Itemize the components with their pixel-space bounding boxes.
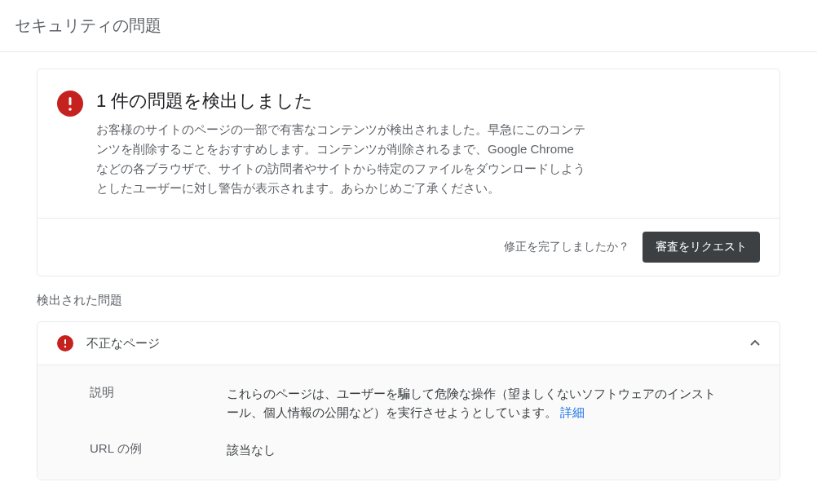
alert-content: 1 件の問題を検出しました お客様のサイトのページの一部で有害なコンテンツが検出… bbox=[96, 89, 760, 198]
detail-row-urls: URL の例 該当なし bbox=[90, 441, 760, 460]
action-prompt: 修正を完了しましたか？ bbox=[504, 240, 629, 254]
alert-title: 1 件の問題を検出しました bbox=[96, 89, 760, 113]
page-title: セキュリティの問題 bbox=[15, 15, 802, 37]
svg-rect-0 bbox=[69, 97, 72, 105]
action-row: 修正を完了しましたか？ 審査をリクエスト bbox=[38, 218, 779, 276]
error-icon bbox=[57, 91, 83, 117]
error-icon bbox=[57, 335, 73, 351]
description-label: 説明 bbox=[90, 385, 227, 422]
svg-rect-2 bbox=[64, 339, 66, 344]
svg-point-1 bbox=[68, 108, 72, 111]
issue-header[interactable]: 不正なページ bbox=[38, 322, 779, 365]
details-link[interactable]: 詳細 bbox=[560, 405, 585, 419]
page-header: セキュリティの問題 bbox=[0, 0, 817, 52]
chevron-up-icon bbox=[750, 340, 760, 347]
alert-card: 1 件の問題を検出しました お客様のサイトのページの一部で有害なコンテンツが検出… bbox=[37, 69, 780, 276]
request-review-button[interactable]: 審査をリクエスト bbox=[643, 232, 760, 263]
svg-point-3 bbox=[64, 346, 66, 347]
detected-issues-heading: 検出された問題 bbox=[37, 293, 780, 308]
detail-row-description: 説明 これらのページは、ユーザーを騙して危険な操作（望ましくないソフトウェアのイ… bbox=[90, 385, 760, 422]
issue-title: 不正なページ bbox=[86, 336, 160, 351]
url-label: URL の例 bbox=[90, 441, 227, 460]
alert-section: 1 件の問題を検出しました お客様のサイトのページの一部で有害なコンテンツが検出… bbox=[38, 69, 779, 218]
issue-header-left: 不正なページ bbox=[57, 335, 160, 351]
issue-card: 不正なページ 説明 これらのページは、ユーザーを騙して危険な操作（望ましくないソ… bbox=[37, 321, 780, 480]
issue-detail: 説明 これらのページは、ユーザーを騙して危険な操作（望ましくないソフトウェアのイ… bbox=[38, 365, 779, 480]
description-value: これらのページは、ユーザーを騙して危険な操作（望ましくないソフトウェアのインスト… bbox=[227, 385, 716, 422]
url-value: 該当なし bbox=[227, 441, 716, 460]
main-content: 1 件の問題を検出しました お客様のサイトのページの一部で有害なコンテンツが検出… bbox=[0, 52, 817, 480]
alert-description: お客様のサイトのページの一部で有害なコンテンツが検出されました。早急にこのコンテ… bbox=[96, 120, 585, 198]
description-text: これらのページは、ユーザーを騙して危険な操作（望ましくないソフトウェアのインスト… bbox=[227, 387, 716, 419]
